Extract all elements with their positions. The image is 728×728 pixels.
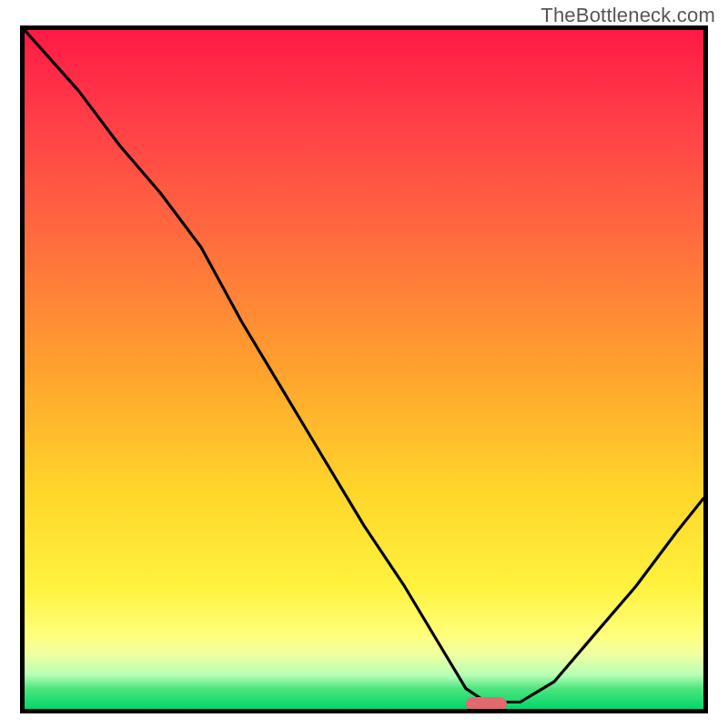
optimum-marker: [466, 697, 507, 711]
plot-frame: [20, 25, 708, 713]
bottleneck-curve: [25, 30, 703, 709]
curve-path: [25, 30, 703, 703]
chart-container: TheBottleneck.com: [0, 0, 728, 728]
watermark-text: TheBottleneck.com: [541, 4, 715, 27]
